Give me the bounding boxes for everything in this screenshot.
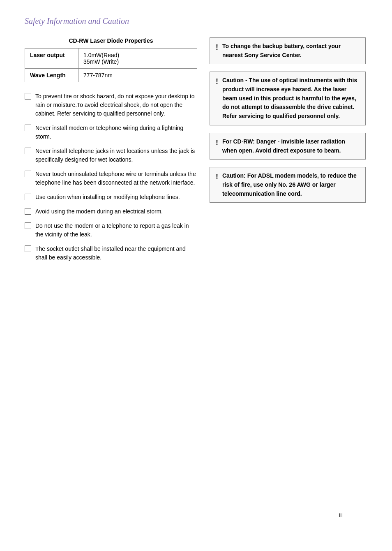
table-row: Wave Length 777-787nm (25, 69, 197, 82)
checklist-text: Do not use the modem or a telephone to r… (35, 222, 197, 239)
list-item: Never install telephone jacks in wet loc… (25, 147, 197, 164)
checklist-text: Avoid using the modem during an electric… (35, 207, 163, 216)
checkbox-icon (25, 194, 31, 200)
checklist-text: Never touch uninsulated telephone wire o… (35, 170, 197, 187)
list-item: Use caution when installing or modifying… (25, 193, 197, 201)
laser-output-label: Laser output (25, 49, 78, 69)
checklist-text: To prevent fire or shock hazard, do not … (35, 92, 197, 118)
caution-mark-icon: ! (216, 171, 218, 183)
laser-section-heading: CD-RW Laser Diode Properties (25, 37, 197, 44)
caution-item: ! To change the backup battery, contact … (210, 37, 366, 64)
checklist-text: The socket outlet shall be installed nea… (35, 245, 197, 262)
page-title: Safety Information and Caution (25, 16, 367, 26)
checklist-text: Never install telephone jacks in wet loc… (35, 147, 197, 164)
caution-mark-icon: ! (216, 76, 218, 88)
page-number: iii (339, 512, 343, 518)
caution-item: ! Caution - The use of optical instrumen… (210, 72, 366, 125)
caution-text: To change the backup battery, contact yo… (222, 42, 360, 60)
caution-text: For CD-RW: Danger - Invisible laser radi… (222, 137, 360, 155)
list-item: Never touch uninsulated telephone wire o… (25, 170, 197, 187)
wave-length-value: 777-787nm (78, 69, 197, 82)
checkbox-icon (25, 208, 31, 215)
laser-output-value: 1.0mW(Read)35mW (Write) (78, 49, 197, 69)
left-column: CD-RW Laser Diode Properties Laser outpu… (25, 37, 197, 268)
wave-length-label: Wave Length (25, 69, 78, 82)
laser-table: Laser output 1.0mW(Read)35mW (Write) Wav… (25, 48, 197, 82)
list-item: To prevent fire or shock hazard, do not … (25, 92, 197, 118)
caution-text: Caution - The use of optical instruments… (222, 76, 360, 120)
checkbox-icon (25, 93, 31, 100)
caution-text: Caution: For ADSL modem models, to reduc… (222, 171, 360, 198)
list-item: Avoid using the modem during an electric… (25, 207, 197, 216)
checklist: To prevent fire or shock hazard, do not … (25, 92, 197, 262)
caution-list: ! To change the backup battery, contact … (210, 37, 366, 203)
checkbox-icon (25, 222, 31, 229)
checkbox-icon (25, 245, 31, 252)
checklist-text: Use caution when installing or modifying… (35, 193, 180, 201)
list-item: Do not use the modem or a telephone to r… (25, 222, 197, 239)
right-column: ! To change the backup battery, contact … (210, 37, 366, 268)
list-item: Never install modem or telephone wiring … (25, 124, 197, 141)
list-item: The socket outlet shall be installed nea… (25, 245, 197, 262)
checkbox-icon (25, 125, 31, 131)
checklist-text: Never install modem or telephone wiring … (35, 124, 197, 141)
checkbox-icon (25, 148, 31, 154)
caution-item: ! For CD-RW: Danger - Invisible laser ra… (210, 133, 366, 160)
caution-mark-icon: ! (216, 137, 218, 149)
table-row: Laser output 1.0mW(Read)35mW (Write) (25, 49, 197, 69)
caution-item: ! Caution: For ADSL modem models, to red… (210, 167, 366, 203)
checkbox-icon (25, 171, 31, 177)
caution-mark-icon: ! (216, 42, 218, 53)
